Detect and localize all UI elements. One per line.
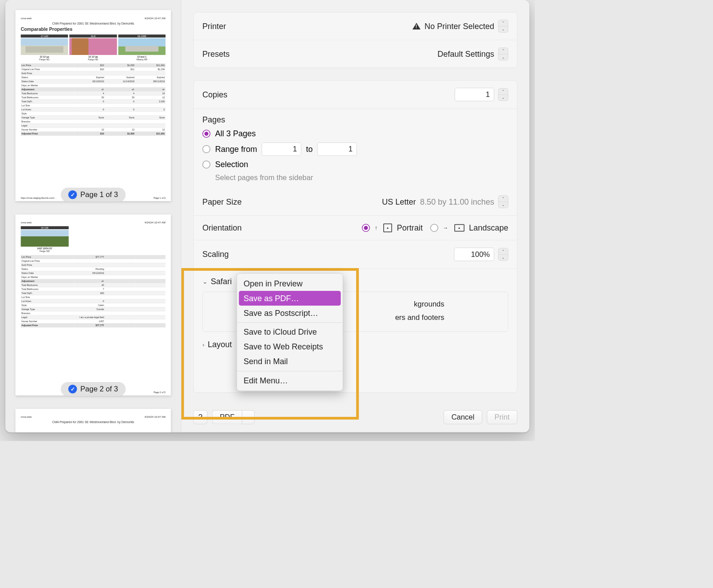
presets-row: Presets Default Settings ⌃⌄ (194, 40, 517, 67)
page-badge-2[interactable]: ✓ Page 2 of 3 (61, 382, 125, 396)
portrait-label: Portrait (397, 223, 423, 233)
thumb3-hleft: cma-web (21, 416, 32, 419)
layout-label: Layout (208, 340, 232, 349)
paper-size-value: US Letter (382, 197, 416, 206)
menu-item-web-receipts[interactable]: Save to Web Receipts (237, 340, 343, 354)
arrow-right-icon: → (443, 225, 448, 231)
thumb3-hright: 4/24/24 10:47 AM (144, 416, 165, 419)
paper-size-dims: 8.50 by 11.00 inches (420, 197, 494, 206)
checkmark-icon: ✓ (68, 385, 77, 394)
print-dialog-window: cma-web 4/24/24 10:47 AM CMA Prepared fo… (5, 0, 529, 433)
printer-row: Printer No Printer Selected ⌃⌄ (194, 13, 517, 40)
chevron-down-icon: ⌄ (202, 278, 207, 286)
chevron-right-icon: › (202, 341, 205, 348)
paper-size-label: Paper Size (202, 197, 242, 206)
radio-icon (202, 130, 210, 138)
thumb1-title: Comparable Properties (21, 26, 166, 32)
printer-select-button[interactable]: ⌃⌄ (498, 20, 508, 33)
thumb1-subhead: CMA Prepared for 2061 SE Westmoreland Bl… (21, 22, 166, 25)
scaling-stepper[interactable]: ⌃⌄ (498, 248, 508, 261)
page-badge-1[interactable]: ✓ Page 1 of 3 (61, 188, 125, 202)
menu-item-icloud[interactable]: Save to iCloud Drive (237, 325, 343, 340)
orientation-portrait[interactable]: ↑ ▪ Portrait (362, 223, 423, 233)
range-from-input[interactable]: 1 (262, 143, 302, 156)
safari-label: Safari (211, 277, 232, 286)
pages-selection-row[interactable]: Selection (202, 160, 508, 169)
printer-label: Printer (202, 21, 226, 31)
landscape-icon: ▪ (454, 224, 465, 232)
menu-separator (237, 323, 343, 323)
pages-section: Pages All 3 Pages Range from 1 to 1 Sele… (194, 109, 517, 188)
page-thumbnail-1[interactable]: cma-web 4/24/24 10:47 AM CMA Prepared fo… (16, 10, 171, 202)
orientation-row: Orientation ↑ ▪ Portrait → ▪ Landscape (194, 215, 517, 240)
chevron-down-icon: ⌄ (245, 413, 252, 422)
selection-hint: Select pages from the sidebar (215, 173, 508, 182)
help-button[interactable]: ? (193, 410, 208, 424)
page-thumbnail-2[interactable]: cma-web 4/24/24 10:47 AM 04-1581457 19TH… (16, 214, 171, 395)
range-label: Range from (215, 144, 257, 154)
thumb1-table: List Price$10$1,000$11,901Original List … (21, 63, 166, 136)
cancel-button[interactable]: Cancel (444, 410, 482, 424)
dialog-button-bar: ? PDF ⌄ Cancel Print (193, 405, 517, 424)
scaling-label: Scaling (202, 250, 229, 259)
thumb1-hright: 4/24/24 10:47 AM (144, 17, 165, 20)
scaling-input[interactable]: 100% (454, 248, 494, 261)
pdf-button[interactable]: PDF (212, 410, 242, 424)
radio-icon (430, 224, 438, 232)
radio-icon (202, 160, 210, 168)
thumb1-columns: 17-14012 12 upFargo ND16-812 12 UpFargo … (21, 34, 166, 61)
menu-item-send-mail[interactable]: Send in Mail (237, 354, 343, 369)
orientation-label: Orientation (202, 223, 242, 233)
print-options-panel: Printer No Printer Selected ⌃⌄ Presets D… (181, 0, 529, 433)
menu-item-save-as-pdf[interactable]: Save as PDF… (239, 291, 341, 306)
pdf-dropdown-menu: Open in Preview Save as PDF… Save as Pos… (237, 273, 344, 391)
radio-icon (362, 224, 370, 232)
thumbnail-1-container: cma-web 4/24/24 10:47 AM CMA Prepared fo… (16, 10, 171, 202)
thumb1-footer-left: https://cma-staging.flexmls.com/... (21, 197, 56, 199)
range-to-label: to (306, 144, 313, 154)
page-thumbnail-3[interactable]: cma-web 4/24/24 10:47 AM CMA Prepared fo… (16, 409, 171, 433)
copies-input[interactable]: 1 (455, 88, 495, 101)
pages-all-label: All 3 Pages (215, 129, 256, 139)
printer-value: No Printer Selected (424, 21, 494, 31)
page-preview-sidebar: cma-web 4/24/24 10:47 AM CMA Prepared fo… (5, 0, 181, 433)
arrow-up-icon: ↑ (375, 225, 377, 231)
thumb1-footer-right: Page 1 of 3 (154, 197, 166, 199)
thumb2-table: List Price$77,777Original List PriceSold… (21, 255, 166, 328)
menu-item-edit-menu[interactable]: Edit Menu… (237, 374, 343, 388)
paper-size-row: Paper Size US Letter 8.50 by 11.00 inche… (194, 188, 517, 216)
presets-select-button[interactable]: ⌃⌄ (498, 48, 508, 61)
paper-size-select-button[interactable]: ⌃⌄ (498, 195, 508, 208)
print-button[interactable]: Print (487, 410, 517, 424)
thumb1-hleft: cma-web (21, 17, 32, 20)
thumb2-footer-right: Page 2 of 3 (154, 391, 166, 393)
orientation-landscape[interactable]: → ▪ Landscape (430, 223, 508, 233)
pages-label: Pages (202, 115, 508, 124)
presets-label: Presets (202, 49, 230, 59)
menu-separator (237, 371, 343, 371)
thumb3-subhead: CMA Prepared for 2061 SE Westmoreland Bl… (21, 420, 166, 424)
menu-item-save-postscript[interactable]: Save as Postscript… (237, 306, 343, 320)
pages-all-row[interactable]: All 3 Pages (202, 129, 508, 139)
range-to-input[interactable]: 1 (318, 143, 357, 156)
checkmark-icon: ✓ (68, 190, 77, 199)
thumb2-hleft: cma-web (21, 221, 32, 224)
thumb2-columns: 04-1581457 19TH STFargo ND (21, 226, 166, 253)
warning-icon (412, 23, 420, 29)
page-badge-1-label: Page 1 of 3 (80, 190, 118, 199)
copies-stepper[interactable]: ⌃⌄ (498, 88, 508, 101)
landscape-label: Landscape (469, 223, 508, 233)
copies-row: Copies 1 ⌃⌄ (194, 80, 517, 109)
printer-presets-panel: Printer No Printer Selected ⌃⌄ Presets D… (193, 12, 517, 68)
page-badge-2-label: Page 2 of 3 (80, 385, 118, 394)
scaling-row: Scaling 100% ⌃⌄ (194, 240, 517, 269)
selection-label: Selection (215, 160, 248, 169)
radio-icon (202, 145, 210, 153)
pdf-menu-button[interactable]: ⌄ (242, 410, 255, 424)
thumb2-hright: 4/24/24 10:47 AM (144, 221, 165, 224)
thumbnail-2-container: cma-web 4/24/24 10:47 AM 04-1581457 19TH… (16, 214, 171, 395)
menu-item-open-preview[interactable]: Open in Preview (237, 276, 343, 291)
pages-range-row[interactable]: Range from 1 to 1 (202, 143, 508, 156)
portrait-icon: ▪ (383, 223, 392, 232)
presets-value: Default Settings (437, 49, 494, 59)
